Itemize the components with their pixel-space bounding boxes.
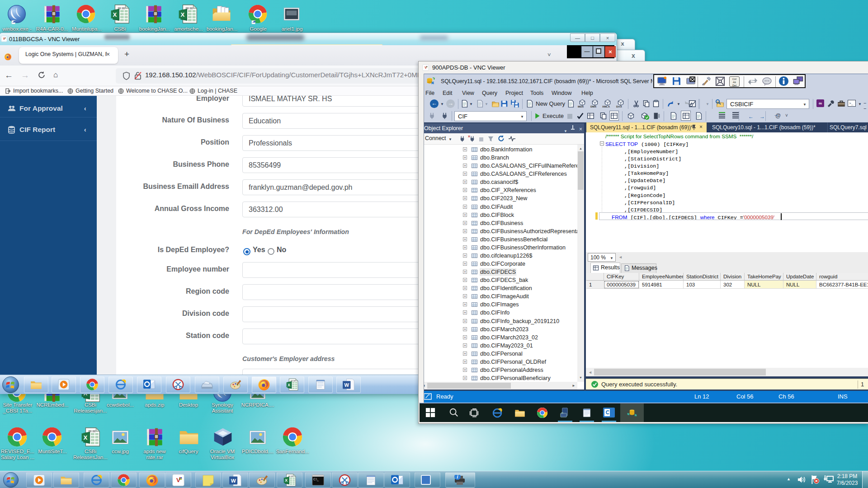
svg-text:i: i	[457, 475, 458, 479]
